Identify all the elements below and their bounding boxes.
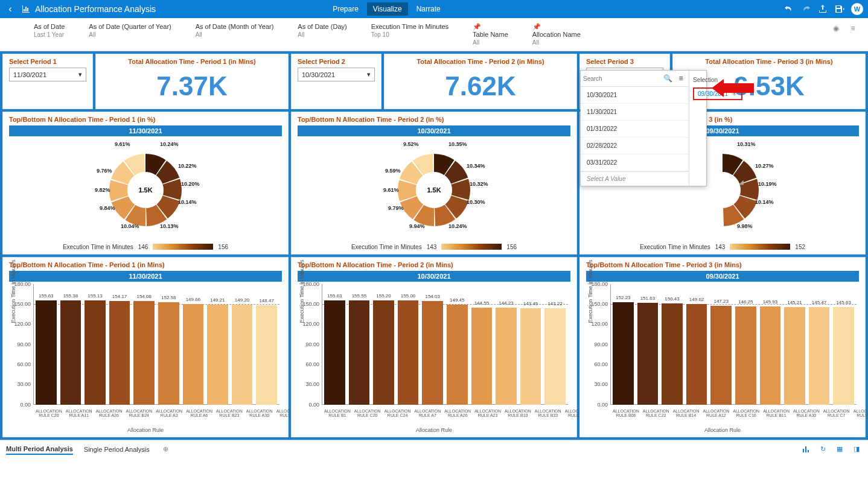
donut-slice-label: 10.24%: [448, 223, 467, 229]
bar[interactable]: 152.23: [613, 302, 634, 404]
filter-5[interactable]: 📌Table NameAll: [473, 23, 508, 46]
donut-chart: 1.5K: [386, 142, 482, 238]
pin-icon: 📌: [532, 23, 541, 30]
user-avatar[interactable]: W: [851, 3, 863, 15]
bar[interactable]: 148.47: [256, 305, 277, 405]
filter-bar: As of DateLast 1 YearAs of Date (Quarter…: [0, 18, 868, 51]
donut-slice-label: 9.94%: [409, 223, 425, 229]
bar[interactable]: 154.03: [422, 301, 443, 404]
period-2-dropdown[interactable]: 10/30/2021▾: [298, 68, 375, 81]
bar[interactable]: 149.21: [207, 305, 228, 405]
bar[interactable]: 151.63: [637, 303, 659, 404]
bar[interactable]: 155.63: [324, 300, 345, 405]
filter-1[interactable]: As of Date (Quarter of Year)All: [89, 23, 171, 38]
donut-slice-label: 10.14%: [178, 199, 197, 205]
auto-insights-icon[interactable]: [800, 444, 811, 455]
select-period-title: Select Period 1: [9, 58, 86, 65]
dropdown-search-input[interactable]: [583, 75, 660, 82]
x-axis-label: ALLOCATION RULE A6: [186, 409, 212, 426]
bar[interactable]: 155.63: [36, 300, 57, 405]
gradient-bar: [441, 244, 502, 250]
export-icon[interactable]: [817, 4, 828, 14]
donut-date-header: 10/30/2021: [298, 125, 570, 136]
donut-slice-label: 9.84%: [100, 205, 115, 211]
bar[interactable]: 144.23: [496, 308, 517, 404]
mode-visualize[interactable]: Visualize: [367, 2, 408, 16]
x-axis-label: ALLOCATION RULE B1: [324, 409, 351, 426]
mode-prepare[interactable]: Prepare: [327, 2, 365, 16]
x-axis-title: Allocation Rule: [586, 427, 859, 433]
svg-text:1.5K: 1.5K: [427, 186, 441, 194]
bar[interactable]: 152.58: [158, 302, 179, 405]
bar[interactable]: 145.21: [784, 307, 805, 404]
filter-4[interactable]: Execution Time in MinutesTop 10: [371, 23, 448, 38]
filter-list-icon[interactable]: ≡: [847, 23, 858, 34]
dropdown-option[interactable]: 01/31/2022: [581, 121, 689, 138]
period-1-dropdown[interactable]: 11/30/2021▾: [9, 68, 86, 81]
bar[interactable]: 150.43: [662, 303, 683, 404]
donut-slice-label: 10.35%: [448, 141, 467, 147]
bar[interactable]: 149.20: [232, 305, 253, 405]
bar[interactable]: 146.25: [735, 306, 756, 405]
grid-icon[interactable]: ▦: [834, 444, 845, 455]
filter-3[interactable]: As of Date (Day)All: [298, 23, 346, 38]
donut-chart: 1.5K: [97, 142, 194, 238]
filter-0[interactable]: As of DateLast 1 Year: [34, 23, 65, 38]
resize-handle-icon[interactable]: ◢: [739, 179, 745, 185]
x-axis-label: ALLOCATION RULE C24: [385, 409, 411, 426]
x-axis-label: ALLOCATION RULE A3: [156, 409, 182, 426]
dropdown-option[interactable]: 03/31/2022: [581, 154, 689, 171]
donut-slice-label: 10.04%: [121, 223, 139, 229]
filter-2[interactable]: As of Date (Month of Year)All: [196, 23, 274, 38]
bar[interactable]: 149.45: [447, 305, 468, 405]
x-axis-label: ALLOCATION RULE A12: [703, 409, 729, 426]
tab-multi-period[interactable]: Multi Period Analysis: [6, 444, 73, 455]
bar-chart-title: Top/Bottom N Allocation Time - Period 1 …: [9, 261, 282, 268]
add-tab-icon[interactable]: ⊕: [161, 444, 171, 455]
bar[interactable]: 154.08: [133, 301, 155, 404]
bar[interactable]: 144.55: [471, 308, 493, 405]
donut-slice-label: 9.82%: [95, 187, 110, 193]
bar[interactable]: 155.13: [85, 300, 106, 404]
donut-date-header: 11/30/2021: [9, 125, 282, 136]
panel-icon[interactable]: ◨: [851, 444, 862, 455]
bar[interactable]: 145.63: [833, 307, 854, 405]
donut-slice-label: 10.32%: [470, 181, 488, 187]
donut-slice-label: 9.61%: [383, 187, 399, 193]
bar[interactable]: 145.93: [760, 306, 781, 404]
donut-card-1: Top/Bottom N Allocation Time - Period 1 …: [2, 112, 289, 255]
bar[interactable]: 147.23: [710, 306, 732, 405]
bar[interactable]: 149.62: [686, 304, 707, 404]
dropdown-option[interactable]: 02/28/2022: [581, 138, 689, 154]
bar[interactable]: 145.47: [809, 307, 830, 405]
list-icon[interactable]: ≡: [675, 73, 686, 84]
filter-6[interactable]: 📌Allocation NameAll: [532, 23, 581, 46]
back-button[interactable]: ‹: [5, 4, 16, 14]
bar[interactable]: 154.17: [109, 301, 130, 404]
select-period-card-2: Select Period 210/30/2021▾: [291, 54, 381, 109]
bar[interactable]: 155.55: [349, 300, 370, 405]
bar[interactable]: 149.66: [183, 304, 204, 404]
kpi-title: Total Allocation Time - Period 1 (in Min…: [102, 58, 282, 65]
bar[interactable]: 143.45: [520, 308, 541, 404]
refresh-icon[interactable]: ↻: [817, 444, 828, 455]
bar[interactable]: 155.00: [398, 300, 419, 404]
bar[interactable]: 155.38: [60, 300, 81, 405]
dropdown-option[interactable]: 11/30/2021: [581, 104, 689, 121]
redo-icon[interactable]: [800, 4, 811, 14]
x-axis-label: ALLOCATION RULE C20: [36, 409, 62, 426]
x-axis-label: ALLOCATION RULE A30: [793, 409, 820, 426]
undo-icon[interactable]: [783, 4, 794, 14]
save-dropdown-icon[interactable]: [834, 4, 845, 14]
bar[interactable]: 155.20: [373, 300, 394, 404]
period-3-dropdown-panel: 🔍≡10/30/202111/30/202101/31/202202/28/20…: [580, 70, 707, 186]
filter-settings-icon[interactable]: ◉: [831, 23, 841, 34]
mode-narrate[interactable]: Narrate: [410, 2, 447, 16]
tab-single-period[interactable]: Single Period Analysis: [84, 445, 150, 454]
dropdown-option[interactable]: 10/30/2021: [581, 87, 689, 104]
bar-chart-date-header: 09/30/2021: [586, 271, 859, 282]
donut-legend: Execution Time in Minutes 143156: [298, 244, 570, 250]
bar[interactable]: 143.22: [544, 308, 566, 404]
search-icon[interactable]: 🔍: [662, 73, 673, 84]
select-period-title: Select Period 2: [298, 58, 375, 65]
